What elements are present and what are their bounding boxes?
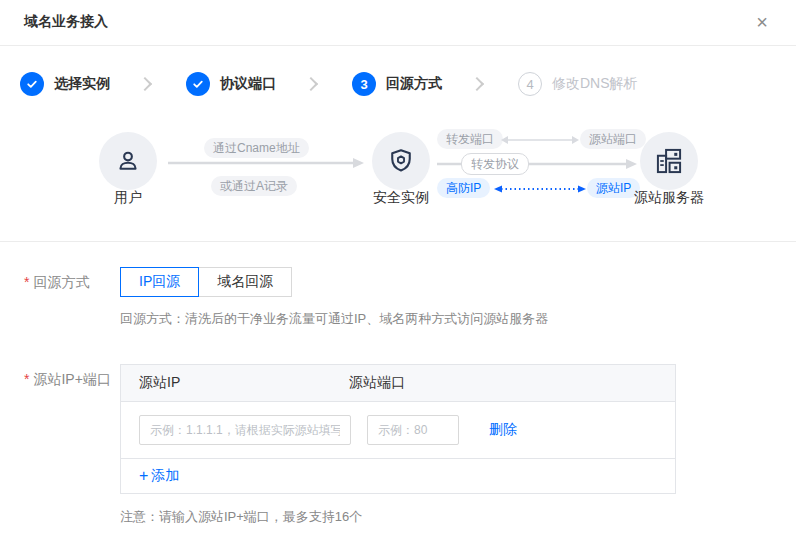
step-label: 回源方式 (386, 75, 442, 93)
column-header-origin-port: 源站端口 (349, 374, 675, 392)
origin-port-pill: 源站端口 (580, 129, 646, 149)
origin-ip-port-label: *源站IP+端口 (24, 364, 120, 526)
step-modify-dns[interactable]: 4 修改DNS解析 (518, 72, 638, 96)
server-icon (655, 147, 683, 175)
user-node (99, 132, 157, 190)
double-arrow (501, 135, 579, 145)
arrow-right (168, 157, 364, 169)
origin-method-description: 回源方式：清洗后的干净业务流量可通过IP、域名两种方式访问源站服务器 (120, 310, 548, 328)
step-number-badge: 4 (518, 72, 542, 96)
step-label: 修改DNS解析 (552, 75, 638, 93)
a-record-pill: 或通过A记录 (211, 176, 297, 196)
user-node-label: 用户 (99, 189, 157, 207)
section-divider (0, 241, 796, 242)
step-back-to-origin[interactable]: 3 回源方式 (352, 72, 442, 96)
required-asterisk: * (24, 371, 29, 387)
user-icon (114, 147, 142, 175)
origin-ip-port-row: *源站IP+端口 源站IP 源站端口 删除 +添加 注意：请输入源站IP+端口，… (24, 364, 772, 526)
plus-icon: + (139, 469, 148, 483)
security-instance-node (372, 132, 430, 190)
forward-protocol-pill: 转发协议 (461, 153, 529, 175)
back-to-origin-form: *回源方式 IP回源 域名回源 回源方式：清洗后的干净业务流量可通过IP、域名两… (0, 267, 796, 526)
required-asterisk: * (24, 274, 29, 290)
dotted-double-arrow (494, 184, 586, 194)
domain-origin-button[interactable]: 域名回源 (198, 267, 292, 297)
step-label: 协议端口 (220, 75, 276, 93)
origin-method-content: IP回源 域名回源 回源方式：清洗后的干净业务流量可通过IP、域名两种方式访问源… (120, 267, 548, 328)
origin-method-row: *回源方式 IP回源 域名回源 回源方式：清洗后的干净业务流量可通过IP、域名两… (24, 267, 772, 328)
step-label: 选择实例 (54, 75, 110, 93)
dialog-title: 域名业务接入 (24, 13, 108, 31)
forward-port-pill: 转发端口 (437, 129, 503, 149)
delete-row-link[interactable]: 删除 (489, 421, 517, 439)
step-wizard: 选择实例 协议端口 3 回源方式 4 修改DNS解析 (20, 70, 796, 98)
step-select-instance[interactable]: 选择实例 (20, 72, 110, 96)
step-protocol-port[interactable]: 协议端口 (186, 72, 276, 96)
column-header-origin-ip: 源站IP (121, 374, 349, 392)
origin-port-input[interactable] (367, 415, 459, 445)
origin-server-node (640, 132, 698, 190)
origin-method-label: *回源方式 (24, 267, 120, 328)
anti-ddos-ip-pill: 高防IP (437, 178, 490, 198)
origin-table-footer: +添加 (121, 458, 675, 493)
chevron-right-icon (470, 77, 484, 91)
origin-table-row: 删除 (121, 402, 675, 458)
add-row-link[interactable]: +添加 (139, 467, 179, 485)
origin-ip-port-content: 源站IP 源站端口 删除 +添加 注意：请输入源站IP+端口，最多支持16个 (120, 364, 676, 526)
chevron-right-icon (138, 77, 152, 91)
origin-table: 源站IP 源站端口 删除 +添加 (120, 364, 676, 494)
origin-table-note: 注意：请输入源站IP+端口，最多支持16个 (120, 508, 676, 526)
origin-table-header: 源站IP 源站端口 (121, 365, 675, 402)
origin-server-label: 源站服务器 (629, 189, 709, 207)
security-instance-label: 安全实例 (364, 189, 438, 207)
dialog-header: 域名业务接入 × (0, 0, 796, 46)
chevron-right-icon (304, 77, 318, 91)
step-number-badge: 3 (352, 72, 376, 96)
access-flow-diagram: 用户 通过Cname地址 或通过A记录 安全实例 转发端口 源站端口 转发协议 … (0, 98, 796, 216)
origin-ip-input[interactable] (139, 415, 351, 445)
check-icon (20, 72, 44, 96)
origin-method-segmented-control: IP回源 域名回源 (120, 267, 548, 297)
close-icon[interactable]: × (748, 8, 776, 36)
cname-pill: 通过Cname地址 (204, 138, 309, 158)
ip-origin-button[interactable]: IP回源 (120, 267, 199, 297)
check-icon (186, 72, 210, 96)
shield-icon (387, 147, 415, 175)
